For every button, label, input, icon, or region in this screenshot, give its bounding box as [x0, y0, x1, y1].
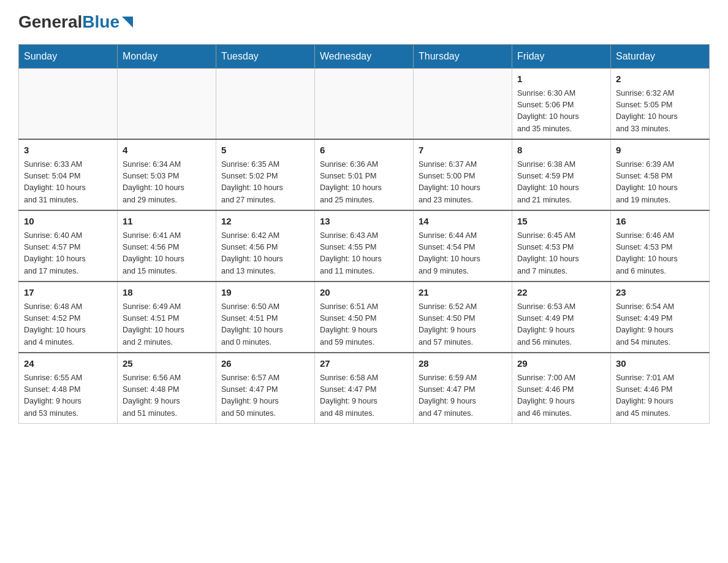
calendar-cell: 2Sunrise: 6:32 AMSunset: 5:05 PMDaylight… [611, 69, 710, 140]
day-number: 12 [221, 215, 309, 229]
day-number: 7 [419, 144, 507, 158]
weekday-header-sunday: Sunday [19, 45, 118, 69]
calendar-cell: 21Sunrise: 6:52 AMSunset: 4:50 PMDayligh… [414, 282, 512, 353]
day-number: 9 [616, 144, 704, 158]
calendar-cell: 13Sunrise: 6:43 AMSunset: 4:55 PMDayligh… [315, 210, 414, 282]
calendar-cell [118, 69, 216, 140]
day-info: Sunrise: 6:38 AMSunset: 4:59 PMDaylight:… [517, 159, 605, 207]
logo: General Blue [18, 12, 133, 32]
day-info: Sunrise: 6:33 AMSunset: 5:04 PMDaylight:… [24, 159, 112, 207]
calendar-cell: 25Sunrise: 6:56 AMSunset: 4:48 PMDayligh… [118, 353, 216, 424]
calendar-cell: 9Sunrise: 6:39 AMSunset: 4:58 PMDaylight… [611, 139, 710, 210]
calendar-cell [414, 69, 512, 140]
day-info: Sunrise: 6:50 AMSunset: 4:51 PMDaylight:… [221, 301, 309, 349]
calendar-cell: 14Sunrise: 6:44 AMSunset: 4:54 PMDayligh… [414, 210, 512, 282]
day-info: Sunrise: 6:56 AMSunset: 4:48 PMDaylight:… [123, 372, 211, 420]
weekday-header-tuesday: Tuesday [216, 45, 315, 69]
logo-arrow-icon [122, 17, 133, 28]
logo-general-text: General [18, 12, 82, 32]
calendar-cell: 11Sunrise: 6:41 AMSunset: 4:56 PMDayligh… [118, 210, 216, 282]
day-info: Sunrise: 6:36 AMSunset: 5:01 PMDaylight:… [320, 159, 408, 207]
day-number: 27 [320, 357, 408, 371]
day-info: Sunrise: 6:58 AMSunset: 4:47 PMDaylight:… [320, 372, 408, 420]
calendar-cell [315, 69, 414, 140]
calendar-cell: 10Sunrise: 6:40 AMSunset: 4:57 PMDayligh… [19, 210, 118, 282]
calendar-cell [216, 69, 315, 140]
day-number: 13 [320, 215, 408, 229]
day-number: 4 [123, 144, 211, 158]
page-header: General Blue [18, 12, 710, 32]
weekday-header-wednesday: Wednesday [315, 45, 414, 69]
calendar-cell: 6Sunrise: 6:36 AMSunset: 5:01 PMDaylight… [315, 139, 414, 210]
day-info: Sunrise: 6:44 AMSunset: 4:54 PMDaylight:… [419, 230, 507, 278]
day-info: Sunrise: 6:45 AMSunset: 4:53 PMDaylight:… [517, 230, 605, 278]
day-number: 1 [517, 72, 605, 86]
day-number: 8 [517, 144, 605, 158]
day-info: Sunrise: 6:59 AMSunset: 4:47 PMDaylight:… [419, 372, 507, 420]
calendar-cell: 26Sunrise: 6:57 AMSunset: 4:47 PMDayligh… [216, 353, 315, 424]
calendar-cell: 20Sunrise: 6:51 AMSunset: 4:50 PMDayligh… [315, 282, 414, 353]
day-number: 2 [616, 72, 704, 86]
calendar-cell: 22Sunrise: 6:53 AMSunset: 4:49 PMDayligh… [512, 282, 611, 353]
weekday-header-thursday: Thursday [414, 45, 512, 69]
day-number: 10 [24, 215, 112, 229]
calendar-cell: 30Sunrise: 7:01 AMSunset: 4:46 PMDayligh… [611, 353, 710, 424]
calendar-cell: 27Sunrise: 6:58 AMSunset: 4:47 PMDayligh… [315, 353, 414, 424]
calendar-week-row-1: 1Sunrise: 6:30 AMSunset: 5:06 PMDaylight… [19, 69, 710, 140]
svg-marker-0 [122, 17, 133, 28]
day-number: 30 [616, 357, 704, 371]
day-info: Sunrise: 6:54 AMSunset: 4:49 PMDaylight:… [616, 301, 704, 349]
day-number: 28 [419, 357, 507, 371]
day-info: Sunrise: 6:55 AMSunset: 4:48 PMDaylight:… [24, 372, 112, 420]
day-info: Sunrise: 6:34 AMSunset: 5:03 PMDaylight:… [123, 159, 211, 207]
logo-blue-text: Blue [82, 13, 119, 31]
calendar-week-row-2: 3Sunrise: 6:33 AMSunset: 5:04 PMDaylight… [19, 139, 710, 210]
day-number: 19 [221, 286, 309, 300]
day-number: 18 [123, 286, 211, 300]
day-number: 3 [24, 144, 112, 158]
day-info: Sunrise: 6:57 AMSunset: 4:47 PMDaylight:… [221, 372, 309, 420]
day-number: 21 [419, 286, 507, 300]
day-info: Sunrise: 6:51 AMSunset: 4:50 PMDaylight:… [320, 301, 408, 349]
calendar-cell: 19Sunrise: 6:50 AMSunset: 4:51 PMDayligh… [216, 282, 315, 353]
calendar-cell: 15Sunrise: 6:45 AMSunset: 4:53 PMDayligh… [512, 210, 611, 282]
calendar-cell: 7Sunrise: 6:37 AMSunset: 5:00 PMDaylight… [414, 139, 512, 210]
calendar-cell: 4Sunrise: 6:34 AMSunset: 5:03 PMDaylight… [118, 139, 216, 210]
day-info: Sunrise: 6:49 AMSunset: 4:51 PMDaylight:… [123, 301, 211, 349]
calendar-week-row-3: 10Sunrise: 6:40 AMSunset: 4:57 PMDayligh… [19, 210, 710, 282]
day-number: 29 [517, 357, 605, 371]
day-number: 25 [123, 357, 211, 371]
calendar-cell: 17Sunrise: 6:48 AMSunset: 4:52 PMDayligh… [19, 282, 118, 353]
weekday-header-monday: Monday [118, 45, 216, 69]
day-number: 17 [24, 286, 112, 300]
day-info: Sunrise: 6:53 AMSunset: 4:49 PMDaylight:… [517, 301, 605, 349]
day-info: Sunrise: 7:00 AMSunset: 4:46 PMDaylight:… [517, 372, 605, 420]
day-number: 23 [616, 286, 704, 300]
day-info: Sunrise: 6:32 AMSunset: 5:05 PMDaylight:… [616, 88, 704, 136]
day-number: 22 [517, 286, 605, 300]
day-info: Sunrise: 6:37 AMSunset: 5:00 PMDaylight:… [419, 159, 507, 207]
day-info: Sunrise: 6:39 AMSunset: 4:58 PMDaylight:… [616, 159, 704, 207]
calendar-cell: 18Sunrise: 6:49 AMSunset: 4:51 PMDayligh… [118, 282, 216, 353]
day-info: Sunrise: 6:52 AMSunset: 4:50 PMDaylight:… [419, 301, 507, 349]
day-info: Sunrise: 6:41 AMSunset: 4:56 PMDaylight:… [123, 230, 211, 278]
calendar-cell: 8Sunrise: 6:38 AMSunset: 4:59 PMDaylight… [512, 139, 611, 210]
weekday-header-row: SundayMondayTuesdayWednesdayThursdayFrid… [19, 45, 710, 69]
day-info: Sunrise: 6:48 AMSunset: 4:52 PMDaylight:… [24, 301, 112, 349]
day-number: 11 [123, 215, 211, 229]
day-info: Sunrise: 6:35 AMSunset: 5:02 PMDaylight:… [221, 159, 309, 207]
calendar-cell: 16Sunrise: 6:46 AMSunset: 4:53 PMDayligh… [611, 210, 710, 282]
calendar-cell: 23Sunrise: 6:54 AMSunset: 4:49 PMDayligh… [611, 282, 710, 353]
day-number: 16 [616, 215, 704, 229]
day-number: 20 [320, 286, 408, 300]
calendar-cell: 3Sunrise: 6:33 AMSunset: 5:04 PMDaylight… [19, 139, 118, 210]
day-info: Sunrise: 7:01 AMSunset: 4:46 PMDaylight:… [616, 372, 704, 420]
calendar-cell: 28Sunrise: 6:59 AMSunset: 4:47 PMDayligh… [414, 353, 512, 424]
calendar-cell: 29Sunrise: 7:00 AMSunset: 4:46 PMDayligh… [512, 353, 611, 424]
day-info: Sunrise: 6:30 AMSunset: 5:06 PMDaylight:… [517, 88, 605, 136]
calendar-cell: 24Sunrise: 6:55 AMSunset: 4:48 PMDayligh… [19, 353, 118, 424]
day-number: 6 [320, 144, 408, 158]
calendar-cell: 5Sunrise: 6:35 AMSunset: 5:02 PMDaylight… [216, 139, 315, 210]
weekday-header-saturday: Saturday [611, 45, 710, 69]
calendar-cell: 12Sunrise: 6:42 AMSunset: 4:56 PMDayligh… [216, 210, 315, 282]
